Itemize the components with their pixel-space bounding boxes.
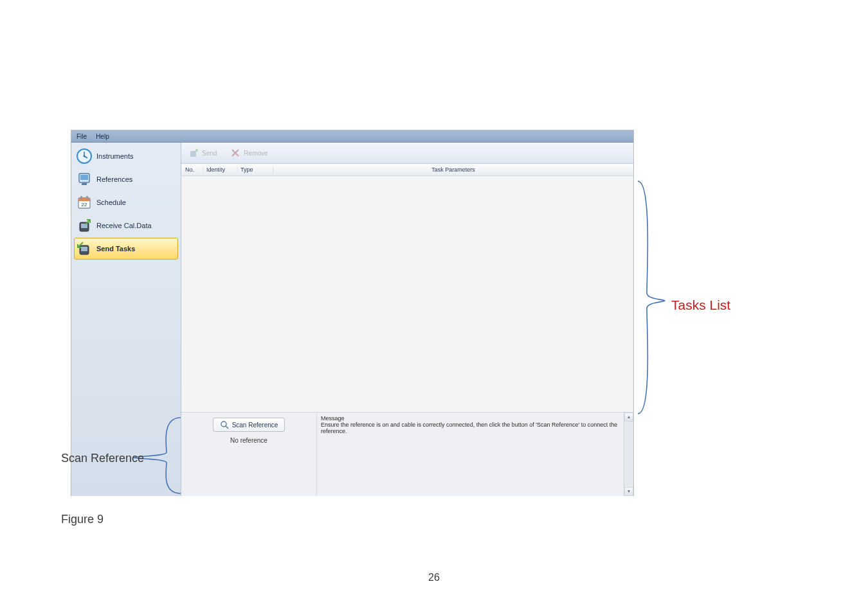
- references-icon: [76, 171, 93, 188]
- message-text: Ensure the reference is on and cable is …: [321, 422, 629, 434]
- col-identity[interactable]: Identity: [204, 166, 238, 173]
- bottom-panel: Scan Reference No reference Message Ensu…: [181, 412, 633, 496]
- svg-text:22: 22: [82, 202, 87, 208]
- sidebar-item-references[interactable]: References: [74, 168, 178, 190]
- schedule-icon: 22: [76, 194, 93, 211]
- col-type[interactable]: Type: [238, 166, 273, 173]
- menubar: File Help: [71, 130, 633, 143]
- send-tasks-icon: [76, 240, 93, 257]
- svg-point-1: [84, 155, 86, 157]
- send-label: Send: [202, 150, 217, 157]
- svg-rect-11: [81, 224, 87, 228]
- message-title: Message: [321, 415, 629, 422]
- scan-panel: Scan Reference No reference: [181, 413, 317, 496]
- sidebar-item-send-tasks[interactable]: Send Tasks: [74, 238, 178, 260]
- menu-help[interactable]: Help: [96, 133, 109, 140]
- svg-rect-13: [81, 247, 87, 251]
- magnifier-icon: [220, 420, 229, 429]
- toolbar: Send Remove: [181, 143, 633, 164]
- sidebar-item-label: Send Tasks: [96, 245, 135, 253]
- sidebar-item-label: Instruments: [96, 152, 133, 160]
- app-window: File Help Instruments: [71, 130, 634, 496]
- annotation-tasks-list: Tasks List: [671, 298, 730, 313]
- tasks-grid-body: [181, 176, 633, 412]
- instruments-icon: [76, 148, 93, 164]
- sidebar-item-receive-caldata[interactable]: Receive Cal.Data: [74, 215, 178, 236]
- svg-rect-3: [80, 175, 88, 180]
- grid-header: No. Identity Type Task Parameters: [181, 164, 633, 176]
- sidebar-item-label: Receive Cal.Data: [96, 222, 152, 229]
- svg-rect-7: [80, 196, 82, 199]
- send-icon: [188, 147, 199, 159]
- message-panel: Message Ensure the reference is on and c…: [317, 413, 633, 496]
- scan-reference-button[interactable]: Scan Reference: [213, 418, 285, 432]
- sidebar-item-label: References: [96, 175, 132, 183]
- remove-label: Remove: [244, 150, 267, 157]
- remove-icon: [230, 147, 241, 159]
- svg-rect-4: [82, 183, 87, 185]
- annotation-scan-reference: Scan Reference: [61, 452, 144, 465]
- svg-point-15: [221, 422, 226, 427]
- svg-rect-6: [78, 198, 90, 201]
- col-no[interactable]: No.: [181, 166, 204, 173]
- message-scrollbar[interactable]: ▴ ▾: [624, 413, 633, 496]
- svg-rect-8: [86, 196, 88, 199]
- sidebar-item-instruments[interactable]: Instruments: [74, 145, 178, 167]
- menu-file[interactable]: File: [77, 133, 87, 140]
- send-button[interactable]: Send: [188, 147, 217, 159]
- page-number: 26: [0, 572, 868, 583]
- sidebar: Instruments References: [71, 143, 181, 496]
- scan-status: No reference: [188, 437, 310, 444]
- svg-line-16: [226, 426, 228, 429]
- scroll-up-icon[interactable]: ▴: [624, 413, 633, 422]
- remove-button[interactable]: Remove: [230, 147, 267, 159]
- sidebar-item-schedule[interactable]: 22 Schedule: [74, 191, 178, 213]
- scan-reference-label: Scan Reference: [232, 422, 278, 429]
- main-area: Send Remove No. Identity Type: [181, 143, 633, 496]
- sidebar-item-label: Schedule: [96, 199, 126, 206]
- col-task-parameters[interactable]: Task Parameters: [273, 166, 633, 173]
- scroll-down-icon[interactable]: ▾: [624, 487, 633, 496]
- tasks-list-brace: [634, 179, 670, 416]
- figure-caption: Figure 9: [61, 513, 104, 526]
- receive-icon: [76, 217, 93, 234]
